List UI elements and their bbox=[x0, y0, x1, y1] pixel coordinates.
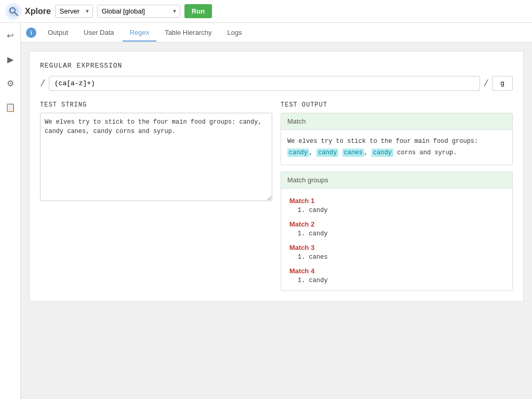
highlight-canes: canes bbox=[342, 149, 364, 157]
tab-user-data[interactable]: User Data bbox=[76, 24, 122, 42]
server-select-wrapper[interactable]: Server ▼ bbox=[55, 5, 93, 18]
match-2-title: Match 2 bbox=[289, 220, 504, 228]
match-3-item-1: 1. canes bbox=[289, 254, 504, 261]
match-2-item-1: 1. candy bbox=[289, 230, 504, 237]
regex-section-title: REGULAR EXPRESSION bbox=[40, 62, 513, 70]
two-col: TEST STRING We elves try to stick to the… bbox=[40, 101, 513, 291]
sidebar: ↩ ▶ ⚙ 📋 bbox=[0, 23, 21, 399]
sidebar-settings-icon[interactable]: ⚙ bbox=[3, 76, 18, 90]
match-groups-box: Match groups Match 1 1. candy Match 2 1.… bbox=[281, 171, 513, 291]
test-string-title: TEST STRING bbox=[40, 101, 272, 109]
tab-output[interactable]: Output bbox=[41, 24, 75, 42]
sidebar-run-icon[interactable]: ▶ bbox=[3, 52, 18, 66]
tab-table-hierarchy[interactable]: Table Hierarchy bbox=[157, 24, 219, 42]
flag-input[interactable] bbox=[492, 76, 513, 91]
match-1-title: Match 1 bbox=[289, 197, 504, 205]
col-left: TEST STRING We elves try to stick to the… bbox=[40, 101, 272, 291]
app-title: Xplore bbox=[25, 7, 51, 16]
main-area: i Output User Data Regex Table Hierarchy… bbox=[21, 23, 532, 399]
global-select[interactable]: Global [global] bbox=[97, 5, 180, 18]
sidebar-clipboard-icon[interactable]: 📋 bbox=[3, 100, 18, 114]
logo-icon bbox=[5, 3, 22, 20]
sidebar-back-icon[interactable]: ↩ bbox=[3, 28, 18, 43]
tab-regex[interactable]: Regex bbox=[123, 24, 157, 42]
match-4-item-1: 1. candy bbox=[289, 277, 504, 284]
match-body: We elves try to stick to the four main f… bbox=[281, 130, 512, 165]
tabbar: i Output User Data Regex Table Hierarchy… bbox=[21, 23, 532, 43]
match-header: Match bbox=[281, 113, 512, 130]
test-output-title: TEST OUTPUT bbox=[281, 101, 513, 109]
regex-input[interactable] bbox=[49, 76, 480, 91]
slash-open: / bbox=[40, 78, 46, 89]
match-4-title: Match 4 bbox=[289, 267, 504, 275]
highlight-candy-3: candy bbox=[371, 149, 393, 157]
app-logo: Xplore bbox=[5, 3, 51, 20]
match-groups-body: Match 1 1. candy Match 2 1. candy Match … bbox=[281, 189, 512, 290]
test-string-textarea[interactable]: We elves try to stick to the four main f… bbox=[40, 113, 272, 201]
layout: ↩ ▶ ⚙ 📋 i Output User Data Regex Table H… bbox=[0, 23, 532, 399]
topbar: Xplore Server ▼ Global [global] ▼ Run bbox=[0, 0, 532, 23]
col-right: TEST OUTPUT Match We elves try to stick … bbox=[281, 101, 513, 291]
content-panel: REGULAR EXPRESSION / / TEST STRING We el… bbox=[21, 43, 532, 399]
highlight-candy-2: candy bbox=[316, 149, 338, 157]
match-box: Match We elves try to stick to the four … bbox=[281, 113, 513, 165]
global-select-wrapper[interactable]: Global [global] ▼ bbox=[97, 5, 180, 18]
server-select[interactable]: Server bbox=[55, 5, 93, 18]
highlight-candy-1: candy bbox=[287, 149, 309, 157]
slash-close: / bbox=[483, 78, 489, 89]
run-button[interactable]: Run bbox=[184, 4, 212, 18]
match-groups-header: Match groups bbox=[281, 172, 512, 189]
tab-logs[interactable]: Logs bbox=[220, 24, 249, 42]
match-3-title: Match 3 bbox=[289, 244, 504, 251]
regex-row: / / bbox=[40, 76, 513, 91]
panel-box: REGULAR EXPRESSION / / TEST STRING We el… bbox=[29, 51, 524, 302]
info-icon[interactable]: i bbox=[26, 28, 36, 38]
match-1-item-1: 1. candy bbox=[289, 207, 504, 214]
